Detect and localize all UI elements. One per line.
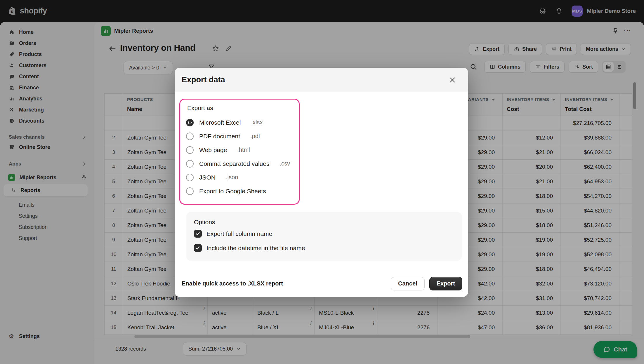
radio-icon[interactable] [186, 160, 194, 168]
option-label: Include the datetime in the file name [206, 245, 305, 252]
format-extension: .html [237, 147, 250, 153]
export-data-modal: Export data Export as Microsoft Excel.xl… [175, 68, 468, 297]
radio-icon[interactable] [186, 133, 194, 140]
format-extension: .pdf [250, 133, 260, 140]
modal-body: Export as Microsoft Excel.xlsxPDF docume… [175, 92, 468, 261]
format-label: Microsoft Excel [199, 119, 241, 126]
quick-access-note: Enable quick access to .XLSX report [182, 280, 283, 287]
format-label: PDF document [199, 133, 240, 140]
format-option-comma-separated-values[interactable]: Comma-separated values.csv [186, 157, 293, 170]
modal-export-button[interactable]: Export [429, 277, 462, 290]
format-option-export-to-google-sheets[interactable]: Export to Google Sheets [186, 184, 293, 198]
format-label: JSON [199, 174, 216, 181]
radio-icon[interactable] [186, 187, 194, 195]
format-option-json[interactable]: JSON.json [186, 170, 293, 184]
format-label: Web page [199, 147, 227, 154]
option-checkbox-export-full-column-name[interactable]: Export full column name [194, 230, 454, 238]
format-extension: .json [226, 174, 238, 181]
cancel-button[interactable]: Cancel [391, 277, 425, 290]
format-extension: .csv [280, 160, 290, 167]
format-label: Export to Google Sheets [199, 188, 266, 195]
checkbox-checked-icon[interactable] [194, 244, 202, 252]
option-label: Export full column name [206, 230, 272, 237]
export-as-highlight-box: Export as Microsoft Excel.xlsxPDF docume… [179, 99, 300, 205]
format-label: Comma-separated values [199, 160, 269, 167]
options-title: Options [194, 219, 454, 226]
checkbox-checked-icon[interactable] [194, 230, 202, 238]
format-option-microsoft-excel[interactable]: Microsoft Excel.xlsx [186, 116, 293, 129]
format-extension: .xlsx [251, 119, 263, 126]
format-option-web-page[interactable]: Web page.html [186, 143, 293, 157]
format-option-pdf-document[interactable]: PDF document.pdf [186, 129, 293, 143]
option-checkbox-include-the-datetime-in-the-file-name[interactable]: Include the datetime in the file name [194, 244, 454, 252]
modal-header: Export data [175, 68, 468, 92]
radio-icon[interactable] [186, 174, 194, 181]
radio-icon[interactable] [186, 119, 194, 126]
modal-title: Export data [182, 75, 225, 84]
close-icon[interactable] [447, 74, 458, 86]
options-card: Options Export full column nameInclude t… [186, 212, 462, 261]
export-as-label: Export as [187, 105, 293, 112]
modal-footer: Enable quick access to .XLSX report Canc… [175, 270, 468, 297]
radio-icon[interactable] [186, 146, 194, 154]
